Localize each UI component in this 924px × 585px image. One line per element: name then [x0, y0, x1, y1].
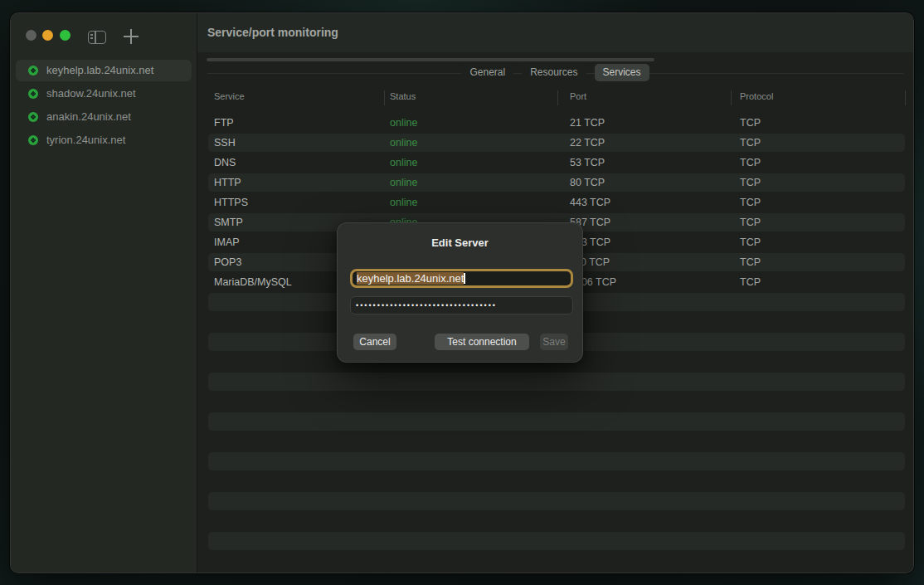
text-caret — [464, 273, 465, 284]
server-label: keyhelp.lab.24unix.net — [46, 60, 153, 81]
cell-service: FTP — [214, 114, 234, 132]
server-label: shadow.24unix.net — [46, 83, 136, 105]
cell-protocol: TCP — [740, 134, 761, 152]
cell-port: 53 TCP — [570, 154, 605, 172]
zoom-button[interactable] — [60, 30, 71, 41]
table-row-empty — [208, 412, 905, 431]
table-row[interactable]: HTTPonline80 TCPTCP — [208, 173, 905, 192]
host-input-selected-text: keyhelp.lab.24unix.net — [357, 272, 464, 285]
cell-port: 21 TCP — [570, 114, 605, 132]
sidebar: keyhelp.lab.24unix.netshadow.24unix.neta… — [11, 13, 197, 573]
table-row[interactable]: HTTPSonline443 TCPTCP — [208, 193, 905, 212]
table-row[interactable]: FTPonline21 TCPTCP — [208, 114, 905, 132]
edit-server-dialog: Edit Server keyhelp.lab.24unix.net •••••… — [337, 222, 583, 363]
table-row-empty — [208, 512, 905, 530]
cell-port: 80 TCP — [570, 173, 605, 192]
close-button[interactable] — [26, 30, 36, 41]
table-row[interactable]: SSHonline22 TCPTCP — [208, 134, 905, 152]
cell-protocol: TCP — [740, 173, 761, 192]
minimize-button[interactable] — [42, 30, 53, 41]
password-masked-text: ••••••••••••••••••••••••••••••••• — [356, 301, 497, 310]
cell-service: SMTP — [214, 213, 243, 232]
cell-status: online — [390, 134, 417, 152]
add-server-icon[interactable] — [124, 29, 139, 44]
cancel-button[interactable]: Cancel — [353, 334, 396, 350]
cell-protocol: TCP — [740, 253, 761, 271]
dialog-title: Edit Server — [338, 236, 582, 249]
table-row[interactable]: DNSonline53 TCPTCP — [208, 154, 905, 172]
sidebar-item-server[interactable]: keyhelp.lab.24unix.net — [16, 60, 192, 81]
table-row-empty — [208, 373, 905, 391]
status-dot-icon — [28, 112, 38, 122]
table-row-empty — [208, 432, 905, 451]
password-input[interactable]: ••••••••••••••••••••••••••••••••• — [350, 296, 573, 314]
sidebar-item-server[interactable]: shadow.24unix.net — [16, 83, 192, 105]
host-input[interactable]: keyhelp.lab.24unix.net — [350, 269, 573, 288]
sidebar-item-server[interactable]: anakin.24unix.net — [16, 106, 192, 128]
cell-service: HTTP — [214, 173, 241, 192]
cell-protocol: TCP — [740, 114, 761, 132]
status-dot-icon — [28, 66, 38, 76]
table-row-empty — [208, 392, 905, 411]
table-row-empty — [208, 452, 905, 470]
cell-status: online — [390, 193, 417, 212]
cell-status: online — [390, 173, 417, 192]
cell-status: online — [390, 114, 417, 132]
test-connection-button[interactable]: Test connection — [435, 334, 529, 350]
cell-protocol: TCP — [740, 233, 761, 251]
status-dot-icon — [28, 89, 38, 99]
server-label: anakin.24unix.net — [46, 106, 131, 128]
status-dot-icon — [28, 135, 38, 145]
sidebar-item-server[interactable]: tyrion.24unix.net — [16, 129, 192, 151]
table-row-empty — [208, 492, 905, 510]
cell-protocol: TCP — [740, 154, 761, 172]
cell-port: 22 TCP — [570, 134, 605, 152]
cell-status: online — [390, 154, 417, 172]
cell-service: POP3 — [214, 253, 241, 271]
server-label: tyrion.24unix.net — [46, 129, 125, 151]
sidebar-toggle-icon[interactable] — [88, 31, 106, 44]
cell-service: HTTPS — [214, 193, 248, 212]
table-row-empty — [208, 472, 905, 490]
cell-service: MariaDB/MySQL — [214, 273, 292, 291]
cell-service: DNS — [214, 154, 236, 172]
cell-service: IMAP — [214, 233, 240, 251]
cell-protocol: TCP — [740, 273, 761, 291]
cell-port: 443 TCP — [570, 193, 610, 212]
desktop: { "window_title": "Service/port monitori… — [0, 0, 924, 585]
table-row-empty — [208, 532, 905, 550]
save-button[interactable]: Save — [540, 334, 568, 350]
cell-protocol: TCP — [740, 193, 761, 212]
cell-service: SSH — [214, 134, 236, 152]
cell-protocol: TCP — [740, 213, 761, 232]
